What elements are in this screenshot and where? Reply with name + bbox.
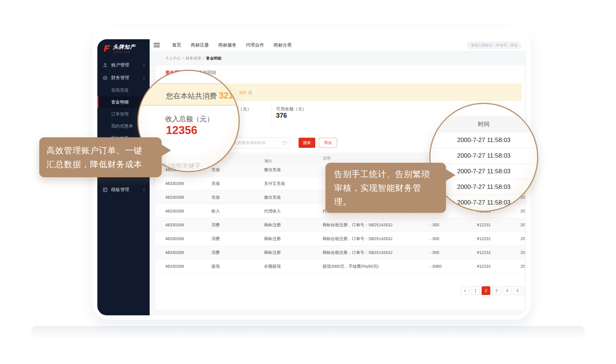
logo-subtitle: TOUPAI.COM: [113, 51, 135, 53]
pagination-page-button[interactable]: 5: [513, 286, 522, 295]
pagination: < 1 2 3 4 5 >: [461, 286, 525, 295]
chevron-down-icon: ∨: [143, 63, 145, 67]
magnified-income-label: 收入总额（元）: [165, 114, 214, 124]
cell-balance: ¥12231: [477, 250, 491, 255]
cell-item: 余额提现: [264, 263, 281, 269]
banner-amount-fragment: 820 元: [239, 90, 252, 96]
pagination-page-button[interactable]: 2: [482, 286, 490, 295]
cell-item: 商标注册: [264, 250, 281, 255]
breadcrumb-bar: 个人中心>财务管理>资金明细: [150, 52, 526, 65]
cell-type: 充值: [211, 181, 220, 186]
cell-order-number: 48330268: [165, 223, 184, 227]
cell-amount: - 3060: [430, 264, 442, 268]
cell-amount: - 300: [430, 236, 439, 241]
pagination-next-button[interactable]: >: [524, 286, 525, 295]
hamburger-menu-icon[interactable]: [154, 42, 160, 48]
callout-line: 汇总数据，降低财务成本: [46, 157, 154, 171]
nav-menu-item[interactable]: 商标注册: [191, 42, 209, 48]
callout-pointer-icon: [445, 169, 455, 181]
pagination-page-button[interactable]: 4: [503, 286, 511, 295]
sidebar-subitem[interactable]: 在线充值: [97, 84, 150, 96]
page: 头牌知产 TOUPAI.COM 账户管理 ∨: [0, 0, 616, 364]
pagination-page-button[interactable]: 3: [492, 286, 501, 295]
cell-order-number: 48330268: [165, 209, 184, 213]
sidebar-subitem-label: 我的优惠券: [111, 123, 133, 129]
breadcrumb-item[interactable]: 个人中心: [165, 56, 181, 60]
cell-item: 微信充值: [264, 167, 281, 172]
cell-type: 消费: [211, 250, 220, 255]
nav-menu-item[interactable]: 首页: [172, 42, 181, 48]
active-indicator-bar: [97, 84, 98, 96]
breadcrumb-item-current: 资金明细: [206, 56, 221, 60]
pagination-page-button[interactable]: 1: [471, 286, 480, 295]
stat-divider: [271, 105, 272, 124]
cell-order-number: 48330268: [165, 195, 184, 199]
template-icon: [103, 187, 108, 192]
cell-order-number: 48330268: [165, 264, 184, 268]
brand-flag-icon: [102, 44, 110, 52]
active-indicator-bar: [97, 120, 98, 132]
nav-menu: 首页商标注册商标服务代理合作商标分类: [172, 42, 292, 48]
callout-line: 高效管理账户订单、一键: [46, 143, 154, 157]
search-button[interactable]: 搜索: [299, 138, 315, 148]
magnified-income-value: 12356: [166, 124, 197, 137]
chevron-down-icon: ∨: [143, 188, 145, 192]
breadcrumb: 个人中心>财务管理>资金明细: [165, 56, 221, 61]
callout-line: 理。: [334, 195, 437, 209]
user-icon: [103, 63, 108, 68]
logo: 头牌知产 TOUPAI.COM: [97, 39, 150, 55]
finance-icon: [103, 76, 108, 80]
sidebar-item-label: 账户管理: [111, 62, 129, 68]
cell-description: 商标自助注册，订单号：SB2514263J: [323, 250, 392, 255]
available-balance-value: 376: [276, 112, 287, 120]
callout-right-text: 告别手工统计、告别繁琐审核，实现智能财务管理。: [334, 167, 437, 209]
magnified-banner-text: 您在本站共消费 32124 元: [166, 90, 240, 101]
laptop-base-shadow: [31, 326, 585, 337]
nav-menu-item[interactable]: 代理合作: [246, 42, 264, 48]
magnified-time-header: 时间: [429, 116, 538, 133]
cell-type: 充值: [211, 167, 220, 172]
available-balance-label: 可用余额（元）: [276, 106, 307, 112]
table-row: 48330268 消费 商标注册 商标自助注册，订单号：SB2514263J -…: [155, 218, 525, 232]
cell-balance: ¥12231: [477, 264, 491, 268]
breadcrumb-item[interactable]: 财务管理: [186, 56, 201, 60]
nav-menu-item[interactable]: 商标服务: [218, 42, 236, 48]
callout-left: 高效管理账户订单、一键汇总数据，降低财务成本: [39, 137, 162, 177]
cell-type: 提现: [211, 263, 220, 269]
pagination-prev-button[interactable]: <: [461, 286, 469, 295]
col-header-desc: 说明: [323, 155, 331, 161]
breadcrumb-separator: >: [202, 56, 204, 60]
cell-item: 微信充值: [264, 194, 281, 200]
sidebar-item-label: 模板管理: [111, 187, 129, 193]
table-row: 48330268 提现 余额提现 提现3000元，手续费2%(60元) - 30…: [155, 259, 525, 273]
nav-menu-item[interactable]: 商标分类: [273, 42, 292, 48]
table-row: 48330268 消费 商标注册 商标自助注册，订单号：SB2514263J -…: [155, 232, 525, 246]
chevron-up-icon: ∧: [143, 76, 145, 80]
sidebar-item-finance[interactable]: 财务管理 ∧: [97, 72, 150, 84]
cell-amount: - 300: [430, 250, 439, 255]
active-indicator-bar: [97, 96, 98, 108]
cell-type: 消费: [211, 236, 220, 241]
callout-right: 告别手工统计、告别繁琐审核，实现智能财务管理。: [325, 163, 446, 213]
cell-time: 2000-7-27 11:58:03: [520, 250, 525, 255]
cell-description: 提现3000元，手续费2%(60元): [323, 263, 379, 269]
top-nav: 首页商标注册商标服务代理合作商标分类: [150, 39, 526, 51]
callout-line: 审核，实现智能财务管: [334, 181, 437, 195]
cell-order-number: 48330268: [165, 236, 184, 241]
active-indicator-bar: [97, 108, 98, 120]
cell-item: 支付宝充值: [264, 181, 285, 186]
callout-pointer-icon: [161, 144, 171, 157]
sidebar-subitem-label: 在线充值: [111, 87, 129, 93]
cell-item: 商标注册: [264, 236, 281, 241]
cell-order-number: 48330268: [165, 250, 184, 255]
search-input[interactable]: [466, 41, 522, 49]
cell-type: 充值: [211, 194, 220, 200]
cell-time: 2000-7-27 11:58:03: [520, 264, 525, 268]
sidebar: 头牌知产 TOUPAI.COM 账户管理 ∨: [97, 39, 150, 315]
sidebar-item-template[interactable]: 模板管理 ∨: [97, 183, 150, 196]
magnified-date-row: 2000-7-27 11:58:03: [429, 133, 538, 148]
export-button[interactable]: 导出: [319, 138, 337, 148]
cell-description: 商标自助注册，订单号：SB2514263J: [323, 222, 392, 227]
sidebar-item-account[interactable]: 账户管理 ∨: [97, 59, 150, 72]
sidebar-subitem-label: 订单管理: [111, 111, 129, 117]
